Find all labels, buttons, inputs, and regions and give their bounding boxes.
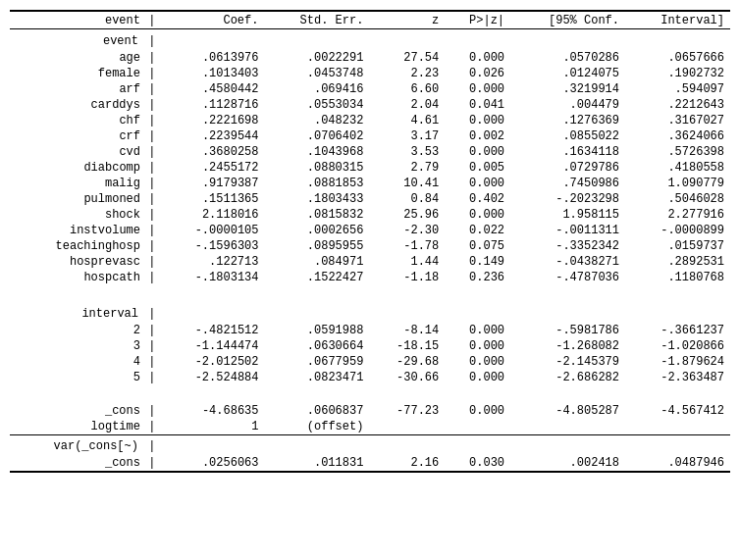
se-female: .0453748 (264, 66, 369, 81)
cihi-female: .1902732 (625, 66, 730, 81)
cilo-female: .0124075 (510, 66, 625, 81)
p-interval-2: 0.000 (445, 323, 510, 338)
cihi-interval-3: -1.020866 (625, 338, 730, 354)
se-cons: .0606837 (264, 403, 369, 419)
cihi-instvolume: -.0000899 (625, 223, 730, 238)
row-instvolume: instvolume | -.0000105 .0002656 -2.30 0.… (10, 223, 730, 238)
cilo-interval-3: -1.268082 (510, 338, 625, 354)
row-crf: crf | .2239544 .0706402 3.17 0.002 .0855… (10, 128, 730, 144)
z-teachinghosp: -1.78 (369, 238, 445, 254)
row-interval-5: 5 | -2.524884 .0823471 -30.66 0.000 -2.6… (10, 370, 730, 385)
z-age: 27.54 (369, 50, 445, 66)
coef-interval-2: -.4821512 (160, 323, 265, 338)
header-ci-high: Interval] (625, 13, 730, 29)
section-interval-label: interval (10, 303, 144, 323)
coef-age: .0613976 (160, 50, 265, 66)
label-logtime: logtime (10, 419, 144, 435)
cilo-crf: .0855022 (510, 128, 625, 144)
row-hosprevasc: hosprevasc | .122713 .084971 1.44 0.149 … (10, 254, 730, 270)
z-interval-2: -8.14 (369, 323, 445, 338)
label-interval-4: 4 (10, 354, 144, 370)
z-chf: 4.61 (369, 113, 445, 128)
coef-carddys: .1128716 (160, 97, 265, 113)
label-teachinghosp: teachinghosp (10, 238, 144, 254)
p-shock: 0.000 (445, 207, 510, 223)
z-interval-4: -29.68 (369, 354, 445, 370)
se-hosprevasc: .084971 (264, 254, 369, 270)
label-crf: crf (10, 128, 144, 144)
stats-table: event | Coef. Std. Err. z P>|z| [95% Con… (10, 10, 730, 474)
z-cons: -77.23 (369, 403, 445, 419)
row-teachinghosp: teachinghosp | -.1596303 .0895955 -1.78 … (10, 238, 730, 254)
section-event-label: event (10, 30, 144, 50)
label-age: age (10, 50, 144, 66)
header-stderr: Std. Err. (264, 13, 369, 29)
coef-teachinghosp: -.1596303 (160, 238, 265, 254)
row-interval-3: 3 | -1.144474 .0630664 -18.15 0.000 -1.2… (10, 338, 730, 354)
label-interval-2: 2 (10, 323, 144, 338)
spacer-row-1 (10, 285, 730, 303)
label-var-cons: _cons (10, 455, 144, 472)
se-pulmoned: .1803433 (264, 191, 369, 207)
cilo-hospcath: -.4787036 (510, 270, 625, 285)
row-var-cons: _cons | .0256063 .011831 2.16 0.030 .002… (10, 455, 730, 472)
section-var-cons-label: var(_cons[~) (10, 435, 144, 455)
cihi-var-cons: .0487946 (625, 455, 730, 472)
header-event: event (10, 13, 144, 29)
cihi-malig: 1.090779 (625, 176, 730, 191)
se-instvolume: .0002656 (264, 223, 369, 238)
row-malig: malig | .9179387 .0881853 10.41 0.000 .7… (10, 176, 730, 191)
label-hospcath: hospcath (10, 270, 144, 285)
z-hospcath: -1.18 (369, 270, 445, 285)
cihi-crf: .3624066 (625, 128, 730, 144)
cihi-carddys: .2212643 (625, 97, 730, 113)
cihi-teachinghosp: .0159737 (625, 238, 730, 254)
section-var-cons: var(_cons[~) | (10, 435, 730, 455)
bottom-border (10, 472, 730, 474)
pipe: | (144, 30, 160, 50)
z-arf: 6.60 (369, 81, 445, 97)
label-chf: chf (10, 113, 144, 128)
label-arf: arf (10, 81, 144, 97)
label-pulmoned: pulmoned (10, 191, 144, 207)
cilo-malig: .7450986 (510, 176, 625, 191)
se-interval-5: .0823471 (264, 370, 369, 385)
header-row: event | Coef. Std. Err. z P>|z| [95% Con… (10, 13, 730, 29)
p-malig: 0.000 (445, 176, 510, 191)
p-interval-4: 0.000 (445, 354, 510, 370)
p-age: 0.000 (445, 50, 510, 66)
p-instvolume: 0.022 (445, 223, 510, 238)
coef-arf: .4580442 (160, 81, 265, 97)
coef-pulmoned: .1511365 (160, 191, 265, 207)
p-diabcomp: 0.005 (445, 160, 510, 176)
cilo-interval-5: -2.686282 (510, 370, 625, 385)
p-var-cons: 0.030 (445, 455, 510, 472)
z-shock: 25.96 (369, 207, 445, 223)
header-ci-low: [95% Conf. (510, 13, 625, 29)
cihi-diabcomp: .4180558 (625, 160, 730, 176)
label-instvolume: instvolume (10, 223, 144, 238)
z-malig: 10.41 (369, 176, 445, 191)
row-age: age | .0613976 .0022291 27.54 0.000 .057… (10, 50, 730, 66)
cilo-cvd: .1634118 (510, 144, 625, 160)
se-crf: .0706402 (264, 128, 369, 144)
cihi-hosprevasc: .2892531 (625, 254, 730, 270)
coef-interval-3: -1.144474 (160, 338, 265, 354)
label-interval-3: 3 (10, 338, 144, 354)
cilo-teachinghosp: -.3352342 (510, 238, 625, 254)
cihi-interval-4: -1.879624 (625, 354, 730, 370)
cihi-hospcath: .1180768 (625, 270, 730, 285)
row-carddys: carddys | .1128716 .0553034 2.04 0.041 .… (10, 97, 730, 113)
z-pulmoned: 0.84 (369, 191, 445, 207)
row-chf: chf | .2221698 .048232 4.61 0.000 .12763… (10, 113, 730, 128)
coef-interval-5: -2.524884 (160, 370, 265, 385)
coef-cvd: .3680258 (160, 144, 265, 160)
row-cons: _cons | -4.68635 .0606837 -77.23 0.000 -… (10, 403, 730, 419)
label-carddys: carddys (10, 97, 144, 113)
se-shock: .0815832 (264, 207, 369, 223)
cihi-cvd: .5726398 (625, 144, 730, 160)
cihi-arf: .594097 (625, 81, 730, 97)
section-event: event | (10, 30, 730, 50)
coef-instvolume: -.0000105 (160, 223, 265, 238)
label-cons: _cons (10, 403, 144, 419)
